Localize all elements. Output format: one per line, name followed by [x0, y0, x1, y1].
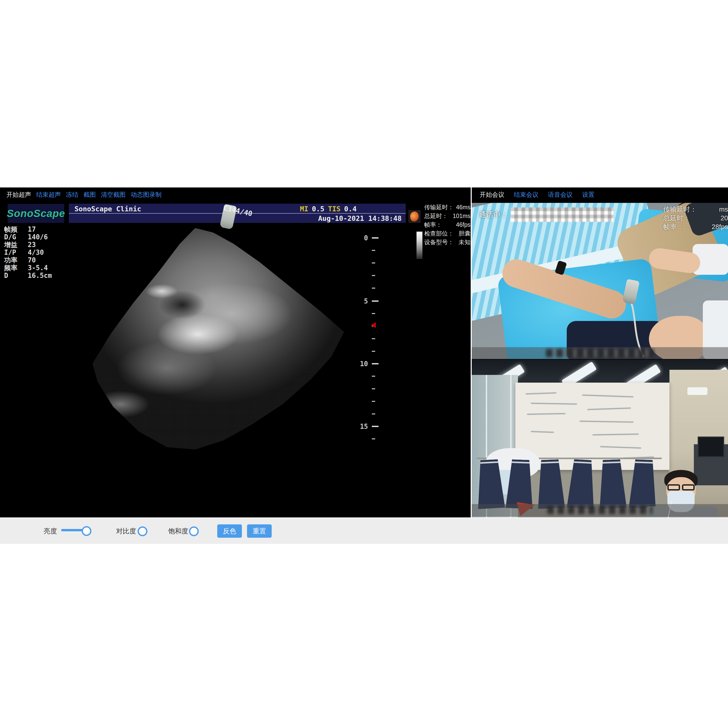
depth-tick-minor — [372, 388, 375, 389]
telemetry-row: 检查部位： 胆囊 — [424, 229, 470, 238]
param-value: 4/30 — [28, 249, 44, 256]
app-window: 开始超声 结束超声 冻结 截图 清空截图 动态图录制 SonoScape Son… — [0, 187, 728, 543]
depth-tick-minor — [372, 262, 375, 263]
contrast-slider-thumb[interactable] — [138, 526, 147, 536]
stream-telemetry: 传输延时： 46ms 总延时： 101ms 帧率： 46fps 检查部位： 胆囊… — [424, 203, 470, 246]
param-row: D/G140/6 — [4, 234, 52, 241]
telemetry-row: 设备型号： 未知 — [424, 238, 470, 246]
telemetry-value: 未知 — [459, 238, 470, 246]
screenshot-root: 开始超声 结束超声 冻结 截图 清空截图 动态图录制 SonoScape Son… — [0, 0, 728, 728]
brightness-label: 亮度 — [44, 527, 57, 536]
machine-header-bar: SonoScape Clinic C344/40 MI 0.5 TIS 0.4 … — [69, 203, 406, 223]
telemetry-label: 帧率： — [424, 220, 442, 229]
ultrasound-image — [90, 228, 347, 454]
menu-end-ultrasound[interactable]: 结束超声 — [36, 191, 61, 199]
depth-tick-minor — [372, 250, 375, 251]
overlay-row: 帧率： 28fps — [663, 222, 728, 231]
menu-voice-meeting[interactable]: 语音会议 — [548, 191, 573, 199]
clinic-name: SonoScape Clinic — [75, 205, 141, 213]
overlay-label: 传输延时： — [663, 205, 697, 214]
caption-blurred-text — [547, 506, 653, 514]
menu-freeze[interactable]: 冻结 — [66, 191, 78, 199]
param-row: 增益23 — [4, 242, 52, 248]
param-row: 功率70 — [4, 257, 52, 264]
machine-datetime: Aug-10-2021 14:38:48 — [318, 214, 402, 222]
ultrasound-menubar: 开始超声 结束超声 冻结 截图 清空截图 动态图录制 — [6, 191, 162, 199]
machine-header-row1: SonoScape Clinic C344/40 MI 0.5 TIS 0.4 — [69, 203, 406, 214]
depth-label-15: 15 — [356, 423, 368, 430]
param-label: D/G — [4, 234, 28, 241]
param-value: 70 — [28, 256, 36, 264]
overlay-label: 总延时： — [663, 214, 690, 222]
overlay-row: 传输延时： ms — [663, 205, 728, 214]
telemetry-row: 传输延时： 46ms — [424, 203, 470, 212]
param-row: 频率3-5.4 — [4, 265, 52, 271]
menu-record-cine[interactable]: 动态图录制 — [131, 191, 162, 199]
menu-start-ultrasound[interactable]: 开始超声 — [6, 191, 31, 199]
menu-settings[interactable]: 设置 — [582, 191, 595, 199]
invert-color-button[interactable]: 反色 — [217, 525, 242, 538]
param-label: D — [4, 272, 28, 279]
menu-clear-screenshots[interactable]: 清空截图 — [101, 191, 125, 199]
grayscale-bar — [416, 232, 422, 259]
brightness-slider-thumb[interactable] — [82, 526, 92, 536]
telemetry-value: 101ms — [453, 212, 470, 220]
depth-tick-minor — [372, 275, 375, 276]
telemetry-label: 总延时： — [424, 212, 448, 220]
telemetry-label: 检查部位： — [424, 229, 454, 238]
depth-tick-major — [372, 426, 379, 427]
reset-button[interactable]: 重置 — [247, 525, 272, 538]
tis-label: TIS — [328, 205, 341, 213]
param-label: 频率 — [4, 265, 28, 271]
param-row: I/P4/30 — [4, 249, 52, 256]
param-value: 3-5.4 — [28, 264, 48, 272]
param-row: 帧频17 — [4, 226, 52, 233]
param-value: 16.5cm — [28, 272, 52, 279]
depth-tick-minor — [372, 413, 375, 414]
call-status-row: 通话中： — [479, 208, 613, 222]
overlay-label: 帧率： — [663, 222, 683, 231]
param-label: I/P — [4, 249, 28, 256]
video1-caption-bar — [472, 347, 728, 359]
ultrasound-panel: 开始超声 结束超声 冻结 截图 清空截图 动态图录制 SonoScape Son… — [0, 187, 471, 517]
remote-exam-video: 通话中： 传输延时： ms 总延时： 20 帧率： 28fps — [472, 203, 728, 359]
sonoscape-logo: SonoScape — [8, 204, 64, 223]
mi-tis-readout: MI 0.5 TIS 0.4 — [300, 205, 357, 213]
telemetry-row: 总延时： 101ms — [424, 212, 470, 220]
telemetry-label: 传输延时： — [424, 203, 454, 212]
depth-tick-minor — [372, 438, 375, 439]
contrast-label: 对比度 — [116, 527, 136, 536]
depth-tick-minor — [372, 338, 375, 339]
mi-value: 0.5 — [312, 205, 324, 213]
telemetry-value: 46ms — [456, 203, 470, 212]
param-value: 23 — [28, 241, 36, 249]
menu-end-meeting[interactable]: 结束会议 — [514, 191, 538, 199]
depth-tick-minor — [372, 288, 375, 289]
depth-tick-major — [372, 300, 379, 302]
focus-marker-icon — [371, 322, 376, 328]
menu-screenshot[interactable]: 截图 — [83, 191, 96, 199]
local-room-video — [472, 359, 728, 517]
call-status-label: 通话中： — [479, 210, 508, 220]
overlay-value: 20 — [720, 214, 728, 222]
video-telemetry-overlay: 传输延时： ms 总延时： 20 帧率： 28fps — [663, 205, 728, 231]
depth-tick-minor — [372, 376, 375, 377]
conference-panel: 开始会议 结束会议 语音会议 设置 — [472, 187, 728, 517]
overlay-value: ms — [719, 205, 728, 214]
menu-start-meeting[interactable]: 开始会议 — [480, 191, 504, 199]
overlay-value: 28fps — [711, 222, 728, 231]
param-row: D16.5cm — [4, 272, 52, 279]
video2-caption-bar — [472, 504, 728, 517]
air-conditioner — [687, 387, 707, 395]
imaging-parameters: 帧频17 D/G140/6 增益23 I/P4/30 功率70 频率3-5.4 … — [4, 226, 52, 280]
saturation-slider-thumb[interactable] — [189, 526, 199, 536]
depth-tick-minor — [372, 313, 375, 314]
sonoscape-logo-text: SonoScape — [7, 208, 65, 219]
depth-tick-major — [372, 237, 379, 239]
whiteboard — [515, 382, 670, 470]
depth-tick-major — [372, 363, 379, 364]
saturation-label: 饱和度 — [168, 527, 188, 536]
param-label: 功率 — [4, 257, 28, 264]
bodymark-box — [408, 210, 421, 223]
param-value: 140/6 — [28, 233, 48, 241]
